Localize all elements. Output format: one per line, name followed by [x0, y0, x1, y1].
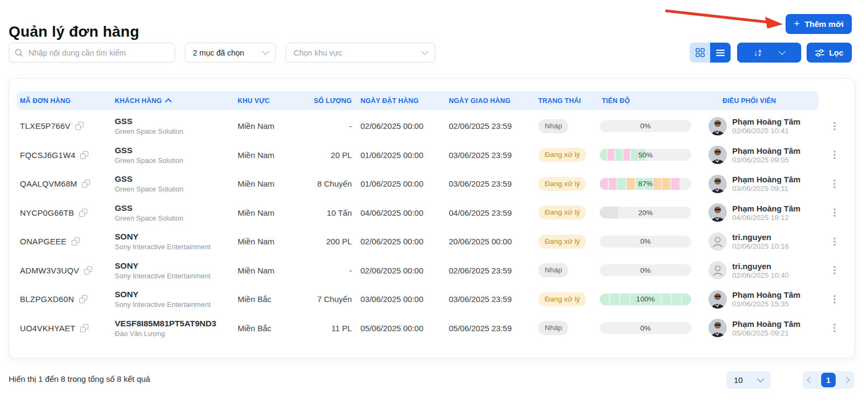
- quantity-value: 8 Chuyến: [298, 179, 357, 188]
- progress-label: 0%: [600, 120, 691, 132]
- filter-button[interactable]: Lọc: [807, 43, 852, 63]
- region-value: Miền Bắc: [234, 324, 298, 333]
- delivery-date-value: 20/06/2025 00:00: [446, 237, 535, 246]
- list-view-button[interactable]: [710, 43, 731, 63]
- avatar: [709, 203, 727, 222]
- copy-icon[interactable]: [84, 266, 92, 275]
- coordinator-time: 02/06/2025 10:16: [732, 242, 789, 250]
- delivery-date-value: 04/06/2025 23:59: [446, 208, 535, 217]
- kebab-menu-icon[interactable]: [834, 269, 836, 271]
- coordinator-name: Phạm Hoàng Tâm: [732, 204, 801, 213]
- order-code: QAALQVM68M: [20, 179, 77, 188]
- current-page-button[interactable]: 1: [821, 373, 836, 387]
- table-body: TLXE5P766V GSS Green Space Solution Miền…: [17, 112, 847, 343]
- items-select[interactable]: 2 mục đã chọn: [185, 43, 276, 63]
- table-row[interactable]: TLXE5P766V GSS Green Space Solution Miền…: [17, 112, 847, 141]
- order-code: NYCP0G66TB: [20, 208, 74, 217]
- copy-icon[interactable]: [82, 180, 90, 188]
- status-badge: Nháp: [538, 119, 568, 133]
- copy-icon[interactable]: [79, 209, 87, 217]
- order-date-value: 04/06/2025 00:00: [357, 208, 446, 217]
- table-row[interactable]: ONAPGEEE SONY Sony Interactive Entertain…: [17, 227, 847, 256]
- copy-icon[interactable]: [72, 237, 80, 245]
- coordinator-name: Phạm Hoàng Tâm: [732, 175, 801, 184]
- customer-name: GSS: [115, 117, 234, 126]
- header-quantity[interactable]: SỐ LƯỢNG: [298, 97, 357, 105]
- header-region[interactable]: KHU VỰC: [234, 97, 298, 105]
- header-order-date[interactable]: NGÀY ĐẶT HÀNG: [357, 97, 446, 105]
- next-page-icon[interactable]: [843, 376, 850, 384]
- prev-page-icon[interactable]: [807, 376, 814, 384]
- kebab-menu-icon[interactable]: [834, 241, 836, 243]
- pagination: 1: [803, 371, 854, 389]
- kebab-menu-icon[interactable]: [834, 125, 836, 127]
- sort-button[interactable]: ↓ AZ: [737, 43, 801, 63]
- table-row[interactable]: FQCSJ6G1W4 GSS Green Space Solution Miền…: [17, 141, 847, 170]
- coordinator-time: 02/06/2025 10:41: [732, 127, 801, 135]
- coordinator-name: Phạm Hoàng Tâm: [732, 290, 801, 299]
- quantity-value: -: [298, 121, 357, 131]
- order-date-value: 03/06/2025 00:00: [357, 295, 446, 304]
- customer-name: SONY: [115, 261, 234, 271]
- kebab-menu-icon[interactable]: [834, 298, 836, 300]
- customer-full-name: Sony Interactive Entertainment: [115, 272, 234, 280]
- order-date-value: 02/06/2025 00:00: [357, 237, 446, 246]
- order-code: ADMW3V3UQV: [20, 266, 79, 275]
- customer-name: SONY: [115, 232, 234, 242]
- order-date-value: 01/06/2025 00:00: [357, 150, 446, 160]
- view-toggle[interactable]: [690, 43, 731, 63]
- kebab-menu-icon[interactable]: [834, 211, 836, 214]
- status-badge: Nháp: [538, 321, 568, 335]
- quantity-value: 10 Tấn: [298, 208, 357, 217]
- avatar: [709, 146, 727, 164]
- order-code: BLZPGXD60N: [20, 295, 74, 304]
- region-value: Miền Nam: [234, 208, 298, 217]
- region-value: Miền Nam: [234, 237, 298, 246]
- filter-label: Lọc: [829, 48, 844, 57]
- header-coordinator[interactable]: ĐIỀU PHỐI VIÊN: [705, 97, 818, 105]
- header-customer[interactable]: KHÁCH HÀNG: [112, 97, 234, 105]
- header-delivery-date[interactable]: NGÀY GIAO HÀNG: [446, 97, 535, 105]
- region-select[interactable]: Chọn khu vực: [286, 43, 435, 63]
- copy-icon[interactable]: [80, 151, 88, 159]
- search-box[interactable]: [9, 43, 175, 63]
- chevron-down-icon: [421, 48, 428, 55]
- status-badge: Đang xử lý: [538, 235, 586, 249]
- progress-bar: 0%: [600, 120, 691, 132]
- delivery-date-value: 03/06/2025 23:59: [446, 179, 535, 188]
- page-size-select[interactable]: 10: [726, 371, 770, 389]
- coordinator-time: 05/06/2025 09:21: [732, 329, 801, 337]
- table-row[interactable]: ADMW3V3UQV SONY Sony Interactive Enterta…: [17, 256, 847, 285]
- copy-icon[interactable]: [80, 324, 88, 332]
- status-badge: Đang xử lý: [538, 292, 586, 306]
- kebab-menu-icon[interactable]: [834, 327, 836, 329]
- orders-table-card: MÃ ĐƠN HÀNG KHÁCH HÀNG KHU VỰC SỐ LƯỢNG …: [9, 78, 855, 358]
- header-progress[interactable]: TIẾN ĐỘ: [599, 97, 705, 105]
- delivery-date-value: 03/06/2025 23:59: [446, 150, 535, 160]
- table-row[interactable]: BLZPGXD60N SONY Sony Interactive Enterta…: [17, 285, 847, 314]
- avatar: [709, 290, 727, 309]
- add-new-button[interactable]: + Thêm mới: [786, 14, 852, 34]
- progress-bar: 20%: [600, 207, 691, 218]
- list-icon: [716, 49, 725, 57]
- kebab-menu-icon[interactable]: [834, 183, 836, 185]
- quantity-value: 200 PL: [298, 237, 357, 246]
- progress-label: 50%: [600, 149, 691, 161]
- progress-bar: 50%: [600, 149, 691, 161]
- region-value: Miền Nam: [234, 179, 298, 188]
- table-row[interactable]: QAALQVM68M GSS Green Space Solution Miền…: [17, 169, 847, 198]
- kebab-menu-icon[interactable]: [834, 154, 836, 156]
- order-code: ONAPGEEE: [20, 237, 67, 246]
- table-row[interactable]: NYCP0G66TB GSS Green Space Solution Miền…: [17, 198, 847, 228]
- coordinator-time: 02/06/2025 10:40: [732, 271, 789, 279]
- header-status[interactable]: TRẠNG THÁI: [535, 97, 599, 105]
- sort-asc-caret-icon: [165, 98, 172, 105]
- search-input[interactable]: [27, 48, 169, 58]
- table-row[interactable]: UO4VKHYAET VESF8I85M81PT5AT9ND3 Đào Văn …: [17, 314, 847, 343]
- copy-icon[interactable]: [75, 122, 84, 130]
- coordinator-name: Phạm Hoàng Tâm: [732, 117, 801, 126]
- copy-icon[interactable]: [79, 295, 87, 303]
- avatar: [709, 319, 727, 337]
- header-order-code[interactable]: MÃ ĐƠN HÀNG: [17, 97, 112, 105]
- grid-view-button[interactable]: [690, 43, 710, 63]
